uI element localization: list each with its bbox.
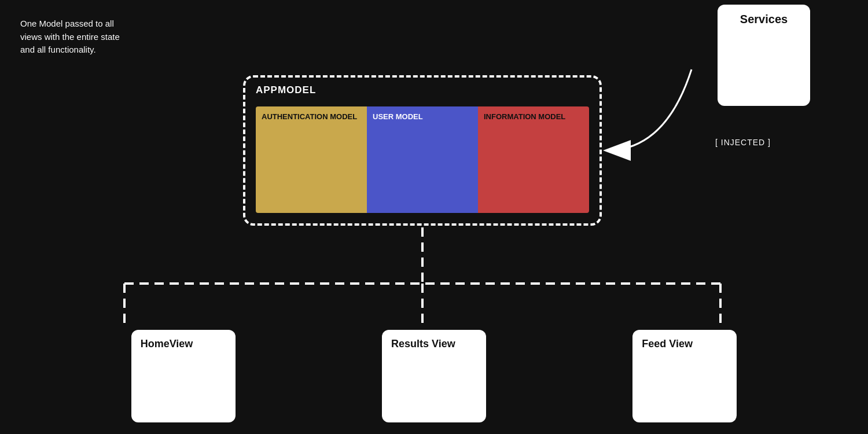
views-row: HomeView Results View Feed View <box>0 330 868 422</box>
user-model-block: USER MODEL <box>367 106 478 213</box>
models-row: AUTHENTICATION MODEL USER MODEL INFORMAT… <box>256 106 589 213</box>
home-view-box: HomeView <box>131 330 236 422</box>
appmodel-label: APPMODEL <box>256 84 316 96</box>
services-box: Services <box>718 5 810 106</box>
info-model-block: INFORMATION MODEL <box>478 106 589 213</box>
description-line3: and all functionality. <box>20 45 96 54</box>
feed-view-box: Feed View <box>632 330 737 422</box>
services-label: Services <box>740 13 788 26</box>
injected-label: [ INJECTED ] <box>715 138 771 147</box>
results-view-label: Results View <box>391 338 455 351</box>
description-text: One Model passed to all views with the e… <box>20 17 120 57</box>
description-line2: views with the entire state <box>20 32 120 42</box>
description-line1: One Model passed to all <box>20 19 114 28</box>
home-view-label: HomeView <box>141 338 193 351</box>
auth-model-block: AUTHENTICATION MODEL <box>256 106 367 213</box>
appmodel-container: APPMODEL AUTHENTICATION MODEL USER MODEL… <box>243 75 602 226</box>
results-view-box: Results View <box>382 330 486 422</box>
feed-view-label: Feed View <box>642 338 693 351</box>
